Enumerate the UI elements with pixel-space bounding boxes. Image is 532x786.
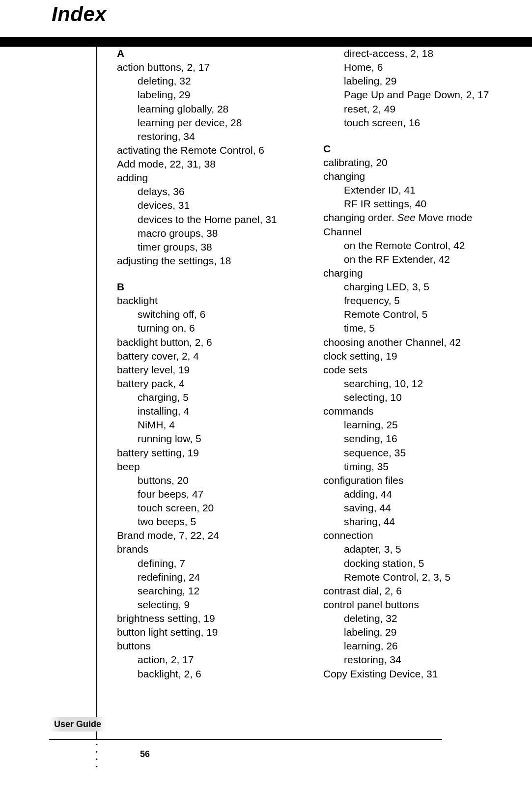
index-subentry: turning on, 6 — [117, 321, 294, 335]
index-entry: Channel — [323, 225, 500, 239]
footer-label: User Guide — [49, 717, 106, 731]
index-subentry: reset, 2, 49 — [323, 102, 500, 116]
index-subentry: learning per device, 28 — [117, 116, 294, 130]
index-subentry: docking station, 5 — [323, 557, 500, 570]
index-subentry: installing, 4 — [117, 404, 294, 418]
index-entry: backlight — [117, 294, 294, 308]
index-letter-b: B — [117, 280, 294, 294]
index-subentry: switching off, 6 — [117, 308, 294, 321]
index-subentry: charging LED, 3, 5 — [323, 280, 500, 294]
index-entry: adjusting the settings, 18 — [117, 254, 294, 268]
index-entry: brightness setting, 19 — [117, 612, 294, 625]
index-subentry: time, 5 — [323, 321, 500, 335]
index-entry: adding — [117, 171, 294, 185]
index-entry: backlight button, 2, 6 — [117, 336, 294, 349]
index-subentry: timer groups, 38 — [117, 240, 294, 254]
index-entry: buttons — [117, 639, 294, 653]
index-entry: changing order. See Move mode — [323, 211, 500, 225]
index-subentry: four beeps, 47 — [117, 487, 294, 501]
index-subentry: on the RF Extender, 42 — [323, 253, 500, 266]
index-subentry: adding, 44 — [323, 487, 500, 501]
index-subentry: Extender ID, 41 — [323, 183, 500, 197]
index-entry: calibrating, 20 — [323, 156, 500, 169]
index-subentry: restoring, 34 — [323, 653, 500, 667]
index-entry: Copy Existing Device, 31 — [323, 667, 500, 681]
index-subentry: delays, 36 — [117, 185, 294, 198]
page-title: Index — [52, 2, 107, 26]
index-subentry: learning globally, 28 — [117, 102, 294, 116]
index-entry: control panel buttons — [323, 598, 500, 612]
index-subentry: frequency, 5 — [323, 294, 500, 308]
index-entry: battery setting, 19 — [117, 446, 294, 460]
index-subentry: learning, 25 — [323, 418, 500, 432]
index-subentry: buttons, 20 — [117, 474, 294, 487]
index-subentry: NiMH, 4 — [117, 418, 294, 432]
index-entry: Add mode, 22, 31, 38 — [117, 157, 294, 171]
index-subentry: backlight, 2, 6 — [117, 667, 294, 681]
index-entry: choosing another Channel, 42 — [323, 336, 500, 349]
index-entry: button light setting, 19 — [117, 625, 294, 639]
index-subentry: searching, 12 — [117, 584, 294, 598]
page-number: 56 — [140, 749, 150, 759]
index-entry: connection — [323, 529, 500, 542]
index-subentry: sending, 16 — [323, 432, 500, 446]
index-subentry: Page Up and Page Down, 2, 17 — [323, 88, 500, 102]
index-subentry: touch screen, 20 — [117, 501, 294, 515]
index-subentry: RF IR settings, 40 — [323, 197, 500, 211]
index-subentry: on the Remote Control, 42 — [323, 239, 500, 253]
index-entry: charging — [323, 266, 500, 280]
index-subentry: Home, 6 — [323, 60, 500, 74]
index-entry: activating the Remote Control, 6 — [117, 143, 294, 157]
index-subentry: learning, 26 — [323, 639, 500, 653]
index-letter-a: A — [117, 47, 294, 60]
index-subentry: devices, 31 — [117, 198, 294, 212]
index-subentry: touch screen, 16 — [323, 116, 500, 130]
index-subentry: defining, 7 — [117, 557, 294, 570]
index-subentry: labeling, 29 — [323, 74, 500, 88]
vertical-rule — [96, 37, 97, 739]
index-subentry: timing, 35 — [323, 460, 500, 474]
index-subentry: direct-access, 2, 18 — [323, 47, 500, 60]
index-subentry: sharing, 44 — [323, 515, 500, 529]
index-subentry: Remote Control, 2, 3, 5 — [323, 570, 500, 584]
index-entry: changing — [323, 169, 500, 183]
index-subentry: deleting, 32 — [117, 74, 294, 88]
index-column-2: direct-access, 2, 18 Home, 6 labeling, 2… — [323, 47, 500, 681]
index-subentry: selecting, 9 — [117, 598, 294, 612]
horizontal-rule — [49, 739, 442, 740]
index-entry: brands — [117, 542, 294, 556]
index-entry: configuration files — [323, 474, 500, 487]
index-subentry: charging, 5 — [117, 391, 294, 404]
index-subentry: searching, 10, 12 — [323, 377, 500, 391]
index-letter-c: C — [323, 142, 500, 156]
index-entry: contrast dial, 2, 6 — [323, 584, 500, 598]
index-entry: Brand mode, 7, 22, 24 — [117, 529, 294, 542]
index-subentry: restoring, 34 — [117, 130, 294, 143]
index-entry: battery level, 19 — [117, 363, 294, 377]
index-subentry: two beeps, 5 — [117, 515, 294, 529]
decorative-dots: •••• — [96, 742, 98, 771]
index-columns: A action buttons, 2, 17 deleting, 32 lab… — [117, 47, 500, 681]
index-subentry: labeling, 29 — [117, 88, 294, 102]
index-column-1: A action buttons, 2, 17 deleting, 32 lab… — [117, 47, 294, 681]
index-entry: battery cover, 2, 4 — [117, 349, 294, 363]
header-bar — [0, 37, 532, 47]
index-subentry: action, 2, 17 — [117, 653, 294, 667]
index-subentry: saving, 44 — [323, 501, 500, 515]
index-entry: action buttons, 2, 17 — [117, 60, 294, 74]
index-entry: commands — [323, 404, 500, 418]
index-entry: clock setting, 19 — [323, 349, 500, 363]
index-entry: beep — [117, 460, 294, 474]
index-subentry: selecting, 10 — [323, 391, 500, 404]
index-subentry: redefining, 24 — [117, 570, 294, 584]
index-subentry: sequence, 35 — [323, 446, 500, 460]
index-subentry: Remote Control, 5 — [323, 308, 500, 321]
index-subentry: labeling, 29 — [323, 625, 500, 639]
index-subentry: deleting, 32 — [323, 612, 500, 625]
index-entry: code sets — [323, 363, 500, 377]
index-subentry: devices to the Home panel, 31 — [117, 213, 294, 226]
index-subentry: running low, 5 — [117, 432, 294, 446]
index-subentry: macro groups, 38 — [117, 226, 294, 240]
index-subentry: adapter, 3, 5 — [323, 542, 500, 556]
header: Index — [0, 0, 532, 37]
